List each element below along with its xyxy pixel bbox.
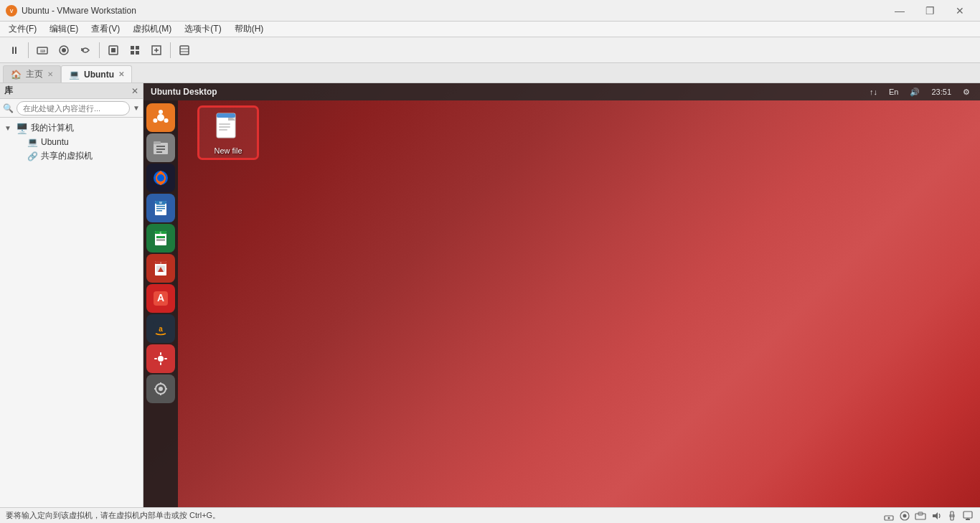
svg-rect-43 <box>156 239 159 241</box>
status-bar: 要将输入定向到该虚拟机，请在虚拟机内部单击或按 Ctrl+G。 <box>0 507 980 523</box>
svg-rect-10 <box>131 51 134 55</box>
svg-point-56 <box>158 356 164 362</box>
sidebar-tree: ▼ 🖥️ 我的计算机 💻 Ubuntu 🔗 共享的虚拟机 <box>0 118 143 507</box>
fit-button[interactable] <box>146 40 166 60</box>
svg-rect-84 <box>966 519 970 520</box>
status-monitor-icon[interactable] <box>961 509 974 522</box>
new-file-icon-image <box>211 110 245 145</box>
svg-rect-33 <box>156 208 165 209</box>
svg-rect-27 <box>156 151 162 153</box>
close-button[interactable]: ✕ <box>946 0 974 22</box>
vm-viewport[interactable]: Ubuntu Desktop ↑↓ En 🔊 23:51 ⚙ <box>143 83 980 507</box>
tab-home[interactable]: 🏠 主页 ✕ <box>3 65 61 83</box>
unity-button[interactable] <box>125 40 145 60</box>
ubuntu-tab-icon: 💻 <box>69 70 80 80</box>
svg-point-62 <box>159 387 163 391</box>
svg-rect-8 <box>131 46 134 50</box>
toolbar-separator-1 <box>28 42 29 58</box>
tab-home-close[interactable]: ✕ <box>47 70 53 78</box>
svg-rect-44 <box>159 239 162 241</box>
svg-rect-65 <box>154 388 156 390</box>
svg-rect-66 <box>165 388 167 390</box>
svg-rect-64 <box>160 393 161 395</box>
svg-text:A: A <box>157 292 164 303</box>
vmware-icon: V <box>6 5 17 17</box>
svg-point-29 <box>157 174 164 182</box>
svg-rect-25 <box>156 146 165 147</box>
status-usb-icon[interactable] <box>946 509 958 522</box>
menu-help[interactable]: 帮助(H) <box>229 22 270 37</box>
tree-item-shared-vms[interactable]: 🔗 共享的虚拟机 <box>0 149 143 164</box>
fullscreen-button[interactable] <box>103 40 123 60</box>
sidebar: 库 ✕ 🔍 ▼ ▼ 🖥️ 我的计算机 💻 Ubuntu 🔗 <box>0 83 143 507</box>
title-bar-left: V Ubuntu - VMware Workstation <box>6 5 136 17</box>
volume-indicator[interactable]: 🔊 <box>907 86 923 98</box>
language-indicator[interactable]: En <box>886 86 901 98</box>
svg-text:a: a <box>159 325 163 333</box>
dock-icon-calc[interactable]: C <box>146 224 175 253</box>
dock-icon-gear1[interactable] <box>146 344 175 373</box>
window-title: Ubuntu - VMware Workstation <box>22 6 136 16</box>
svg-rect-42 <box>162 236 165 238</box>
menu-file[interactable]: 文件(F) <box>3 22 42 37</box>
ubuntu-desktop[interactable]: Ubuntu Desktop ↑↓ En 🔊 23:51 ⚙ <box>143 83 980 507</box>
svg-text:I: I <box>160 261 161 265</box>
svg-rect-57 <box>160 352 161 355</box>
svg-point-77 <box>903 514 907 517</box>
snapshot-button[interactable] <box>54 40 74 60</box>
maximize-button[interactable]: ❐ <box>915 0 944 22</box>
tab-ubuntu[interactable]: 💻 Ubuntu ✕ <box>61 65 132 83</box>
svg-rect-60 <box>164 358 167 359</box>
send-ctrlaltdel-button[interactable]: ⌨ <box>32 40 52 60</box>
menu-tabs[interactable]: 选项卡(T) <box>179 22 227 37</box>
vm-icon: 💻 <box>27 137 38 147</box>
tree-toggle-computer: ▼ <box>4 124 13 132</box>
new-file-label: New file <box>214 146 242 155</box>
revert-button[interactable] <box>75 40 95 60</box>
status-network-icon[interactable] <box>882 509 895 522</box>
sidebar-close-button[interactable]: ✕ <box>131 86 138 96</box>
menu-vm[interactable]: 虚拟机(M) <box>127 22 177 37</box>
tree-item-ubuntu[interactable]: 💻 Ubuntu <box>0 136 143 149</box>
svg-rect-32 <box>156 206 165 207</box>
desktop-icon-new-file[interactable]: New file <box>199 108 257 158</box>
svg-rect-78 <box>915 514 925 519</box>
ubuntu-desktop-content[interactable]: New file <box>178 100 980 507</box>
status-network2-icon[interactable] <box>914 509 927 522</box>
main-layout: 库 ✕ 🔍 ▼ ▼ 🖥️ 我的计算机 💻 Ubuntu 🔗 <box>0 83 980 507</box>
svg-text:C: C <box>160 231 162 235</box>
shared-icon: 🔗 <box>27 151 38 161</box>
svg-point-22 <box>153 118 157 123</box>
status-vmtools-icon[interactable] <box>898 509 911 522</box>
tree-item-my-computer[interactable]: ▼ 🖥️ 我的计算机 <box>0 121 143 136</box>
dock-icon-gear2[interactable] <box>146 374 175 403</box>
tree-label-shared: 共享的虚拟机 <box>41 150 93 162</box>
settings-button[interactable] <box>174 40 194 60</box>
menu-edit[interactable]: 编辑(E) <box>44 22 84 37</box>
search-input[interactable] <box>17 101 130 116</box>
status-audio-icon[interactable] <box>930 509 943 522</box>
tree-label-ubuntu: Ubuntu <box>41 137 69 147</box>
pause-button[interactable]: ⏸ <box>4 40 24 60</box>
svg-rect-24 <box>154 141 161 144</box>
dock-icon-writer[interactable]: W <box>146 194 175 222</box>
sidebar-header: 库 ✕ <box>0 83 143 99</box>
dock-icon-impress[interactable]: I <box>146 254 175 283</box>
tab-ubuntu-close[interactable]: ✕ <box>118 70 124 78</box>
dock-icon-amazon[interactable]: a <box>146 314 175 343</box>
dock-icon-firefox[interactable] <box>146 164 175 192</box>
search-dropdown-arrow[interactable]: ▼ <box>133 104 140 112</box>
dock-icon-ubuntu[interactable] <box>146 103 175 132</box>
svg-rect-58 <box>160 362 161 365</box>
svg-text:⌨: ⌨ <box>40 49 45 53</box>
menu-view[interactable]: 查看(V) <box>85 22 126 37</box>
clock[interactable]: 23:51 <box>928 86 954 98</box>
system-settings-indicator[interactable]: ⚙ <box>960 86 973 98</box>
dock-icon-files[interactable] <box>146 133 175 162</box>
svg-text:W: W <box>159 201 162 204</box>
minimize-button[interactable]: — <box>885 0 914 22</box>
dock-icon-appstore[interactable]: A <box>146 284 175 313</box>
svg-rect-72 <box>219 129 227 131</box>
home-icon: 🏠 <box>11 70 22 80</box>
sort-indicator[interactable]: ↑↓ <box>867 86 880 98</box>
